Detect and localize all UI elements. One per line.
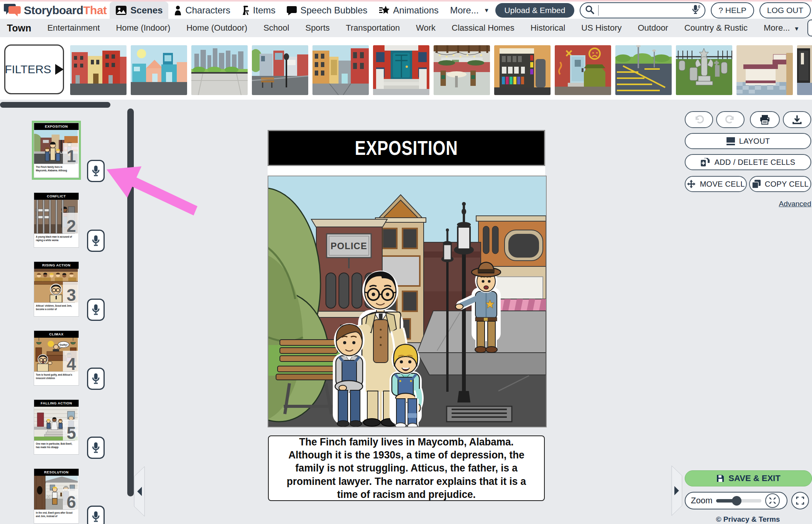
undo-button[interactable] xyxy=(685,111,713,128)
category-classical-homes[interactable]: Classical Homes xyxy=(452,23,514,33)
scene-thumbnail-city-apartments[interactable] xyxy=(70,45,127,95)
chair-icon xyxy=(242,5,250,15)
category-entertainment[interactable]: Entertainment xyxy=(47,23,100,33)
tab-more[interactable]: More... ▼ xyxy=(444,2,495,19)
scene-thumbnail-graffiti-alley[interactable] xyxy=(555,45,611,95)
cell-description-text: The Finch family lives in Maycomb, Alaba… xyxy=(285,435,528,501)
cell-number: 1 xyxy=(63,143,79,164)
scene-thumbnail-downtown-alley[interactable] xyxy=(312,45,369,95)
tab-label: Animations xyxy=(393,5,439,16)
scene-thumbnail-storefronts[interactable] xyxy=(131,45,187,95)
cell-list-scrollbar[interactable] xyxy=(127,108,134,496)
category-outdoor[interactable]: Outdoor xyxy=(638,23,668,33)
scene-thumbnail-parking-lot[interactable] xyxy=(615,45,672,95)
zoom-slider[interactable] xyxy=(716,499,761,503)
tab-animations[interactable]: Animations xyxy=(373,2,444,19)
top-navigation-bar: StoryboardThat Scenes Characters Items xyxy=(0,2,812,19)
record-audio-button-4[interactable] xyxy=(87,368,105,390)
layout-icon xyxy=(726,137,735,145)
category-transportation[interactable]: Transportation xyxy=(346,23,400,33)
layout-button[interactable]: LAYOUT xyxy=(685,133,811,149)
voice-search-icon[interactable] xyxy=(692,5,700,16)
tab-items[interactable]: Items xyxy=(236,2,281,19)
guilty-bubble-text: Guilty! xyxy=(59,343,67,347)
record-audio-button-3[interactable] xyxy=(87,299,105,321)
category-historical[interactable]: Historical xyxy=(531,23,565,33)
scene-thumbnail-street-with-bench[interactable] xyxy=(252,45,308,95)
tab-characters[interactable]: Characters xyxy=(168,2,236,19)
add-delete-cells-button[interactable]: ADD / DELETE CELLS xyxy=(685,154,811,170)
scene-thumbnail-reception-counter[interactable] xyxy=(736,45,793,95)
search-box[interactable] xyxy=(580,2,705,18)
storyboard-cell-3[interactable]: RISING ACTION 3 Atticus' children, Scout… xyxy=(34,261,79,317)
storyboard-cell-5[interactable]: FALLING ACTION 5 One man in particular, … xyxy=(34,399,79,455)
category-more[interactable]: More... ▼ xyxy=(764,23,799,33)
scout-character[interactable] xyxy=(390,344,422,427)
tab-speech-bubbles[interactable]: Speech Bubbles xyxy=(281,2,373,19)
cell-caption: In the end, Ewell goes after Scout and J… xyxy=(34,509,75,524)
storyboard-cell-6[interactable]: RESOLUTION 6 In the end, Ewell goes afte… xyxy=(34,468,79,524)
scene-thumbnail-patio-cafe[interactable] xyxy=(434,45,490,95)
scene-thumbnail-shop-interior[interactable] xyxy=(797,45,812,95)
record-audio-button-2[interactable] xyxy=(87,230,105,252)
category-country-rustic[interactable]: Country & Rustic xyxy=(684,23,748,33)
add-cells-icon xyxy=(700,158,710,167)
cell-thumbnail: 5 xyxy=(34,407,79,440)
logo-speech-bubbles-icon xyxy=(4,2,21,18)
category-sports[interactable]: Sports xyxy=(305,23,330,33)
tab-scenes[interactable]: Scenes xyxy=(110,2,168,19)
category-home-outdoor[interactable]: Home (Outdoor) xyxy=(186,23,247,33)
storyboard-cell-2[interactable]: CONFLICT 2 A young black man is accused … xyxy=(34,192,79,248)
cell-thumbnail: 3 xyxy=(34,269,79,302)
download-button[interactable] xyxy=(783,111,811,128)
cell-scene-canvas[interactable]: POLICE xyxy=(268,176,547,427)
category-work[interactable]: Work xyxy=(416,23,436,33)
record-audio-button-5[interactable] xyxy=(87,437,105,459)
chevron-down-icon: ▼ xyxy=(794,25,800,32)
copy-cell-button[interactable]: COPY CELL xyxy=(749,176,811,192)
logout-button[interactable]: LOG OUT xyxy=(759,2,811,18)
cell-title: RESOLUTION xyxy=(34,469,79,476)
category-scroll-buttons: ▼ ▲ xyxy=(807,20,812,36)
help-button[interactable]: ? HELP xyxy=(711,2,754,18)
thumbnail-strip-scrollbar[interactable] xyxy=(0,102,110,108)
tab-label: Speech Bubbles xyxy=(300,5,367,16)
category-home-indoor[interactable]: Home (Indoor) xyxy=(116,23,170,33)
storyboard-cell-4[interactable]: CLIMAX Guilty! 4 Tom is found guilty, an… xyxy=(34,330,79,386)
scene-thumbnail-cemetery[interactable] xyxy=(676,45,732,95)
redo-button[interactable] xyxy=(716,111,745,128)
fit-to-screen-button[interactable] xyxy=(765,493,780,508)
cell-thumbnail: Guilty! 4 xyxy=(34,338,79,371)
advanced-link[interactable]: Advanced xyxy=(685,200,811,208)
scene-thumbnail-brownstone-entry[interactable] xyxy=(373,45,429,95)
move-cell-button[interactable]: MOVE CELL xyxy=(685,176,747,192)
record-audio-button-1[interactable] xyxy=(87,160,105,182)
cell-thumbnail: 1 xyxy=(34,130,79,164)
search-input[interactable] xyxy=(598,5,688,16)
zoom-slider-thumb[interactable] xyxy=(732,496,741,506)
scroll-down-button[interactable]: ▼ xyxy=(807,20,812,36)
storyboardthat-logo[interactable]: StoryboardThat xyxy=(4,2,107,18)
cell-title: RISING ACTION xyxy=(34,262,79,269)
category-town[interactable]: Town xyxy=(7,23,31,34)
filters-button[interactable]: FILTERS xyxy=(4,44,64,94)
scene-thumbnail-rooftop-terrace[interactable] xyxy=(191,45,248,95)
scene-thumbnail-newsstand[interactable] xyxy=(494,45,551,95)
category-school[interactable]: School xyxy=(263,23,289,33)
cell-title-editor[interactable]: EXPOSITION xyxy=(268,130,545,166)
save-exit-button[interactable]: SAVE & EXIT xyxy=(685,470,812,486)
collapse-left-panel-handle[interactable] xyxy=(134,466,145,517)
storyboard-creator-app: StoryboardThat Scenes Characters Items xyxy=(0,0,812,524)
print-button[interactable] xyxy=(750,111,780,128)
category-us-history[interactable]: US History xyxy=(581,23,621,33)
storyboard-cell-1[interactable]: EXPOSITION 1 The Finch family lives in M… xyxy=(34,123,79,178)
image-icon xyxy=(115,5,127,15)
upload-embed-button[interactable]: Upload & Embed xyxy=(495,3,575,18)
collapse-right-panel-handle[interactable] xyxy=(671,465,682,516)
record-audio-button-6[interactable] xyxy=(87,506,105,524)
jem-character[interactable] xyxy=(333,323,366,427)
privacy-terms-link[interactable]: © Privacy & Terms xyxy=(685,515,811,524)
cell-caption: Atticus' children, Scout and Jem, become… xyxy=(34,302,75,319)
fullscreen-button[interactable] xyxy=(791,492,809,509)
cell-description-editor[interactable]: The Finch family lives in Maycomb, Alaba… xyxy=(268,435,545,501)
